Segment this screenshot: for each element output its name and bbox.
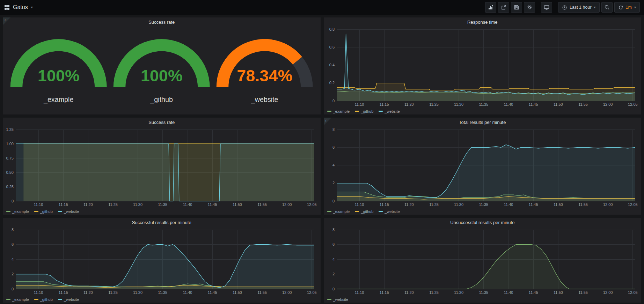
- panel-title[interactable]: Response time: [467, 20, 498, 25]
- panel-info-corner[interactable]: [3, 17, 10, 25]
- add-panel-icon: [488, 5, 493, 10]
- panel-header: Successful results per minute: [3, 218, 321, 227]
- panel-title[interactable]: Total results per minute: [459, 120, 506, 125]
- svg-text:0: 0: [12, 199, 14, 203]
- svg-text:11:25: 11:25: [108, 202, 118, 207]
- legend: _example_github_website: [3, 208, 321, 215]
- svg-text:11:35: 11:35: [479, 202, 488, 207]
- legend-item-website[interactable]: _website: [379, 209, 400, 214]
- save-button[interactable]: [511, 2, 522, 13]
- gauge-value: 78.34%: [237, 67, 293, 85]
- legend-item-example[interactable]: _example: [327, 209, 350, 214]
- svg-text:11:30: 11:30: [133, 290, 142, 295]
- svg-text:11:45: 11:45: [208, 290, 217, 295]
- zoom-out-button[interactable]: [601, 2, 613, 13]
- gear-icon: [527, 5, 532, 10]
- svg-text:8: 8: [332, 127, 334, 132]
- svg-text:11:55: 11:55: [578, 202, 588, 207]
- refresh-icon: [618, 5, 623, 10]
- settings-button[interactable]: [524, 2, 535, 13]
- svg-text:11:35: 11:35: [158, 290, 168, 295]
- svg-text:11:20: 11:20: [83, 290, 93, 295]
- legend-swatch: [327, 111, 331, 112]
- panel-title[interactable]: Successful results per minute: [132, 220, 191, 225]
- legend: _example_github_website: [324, 108, 642, 114]
- gauge-github: 100%_github: [112, 36, 211, 105]
- legend-label: _website: [385, 209, 400, 214]
- svg-text:0.6: 0.6: [329, 45, 334, 49]
- svg-text:0.25: 0.25: [6, 185, 14, 189]
- graph-canvas[interactable]: 00.20.40.60.811:1011:1511:2011:2511:3011…: [324, 27, 639, 108]
- svg-text:11:50: 11:50: [554, 102, 563, 106]
- svg-text:4: 4: [332, 163, 334, 167]
- legend-item-website[interactable]: _website: [58, 209, 79, 214]
- monitor-icon: [544, 5, 549, 10]
- legend-swatch: [34, 299, 38, 300]
- graph-canvas[interactable]: 0246811:1011:1511:2011:2511:3011:3511:40…: [3, 227, 319, 296]
- svg-text:11:15: 11:15: [59, 202, 68, 207]
- graph-canvas[interactable]: 0246811:1011:1511:2011:2511:3011:3511:40…: [324, 127, 639, 208]
- gauge-row: 100%_example100%_github78.34%_website: [3, 27, 321, 114]
- svg-text:1.00: 1.00: [6, 142, 14, 146]
- refresh-interval-label: 1m: [626, 5, 632, 10]
- legend-item-github[interactable]: _github: [34, 209, 53, 214]
- svg-text:11:20: 11:20: [83, 202, 93, 207]
- legend-swatch: [58, 211, 62, 212]
- legend-item-website[interactable]: _website: [58, 297, 79, 302]
- time-range-caret-down-icon: ▾: [594, 6, 596, 9]
- tv-mode-button[interactable]: [541, 2, 552, 13]
- svg-text:11:45: 11:45: [528, 290, 538, 295]
- panel-title[interactable]: Success rate: [148, 20, 175, 25]
- dashboard-grid: Success rate 100%_example100%_github78.3…: [0, 15, 644, 304]
- svg-text:11:30: 11:30: [454, 290, 463, 295]
- gauge-label: _example: [43, 96, 73, 104]
- svg-text:11:35: 11:35: [479, 102, 488, 106]
- legend-item-github[interactable]: _github: [355, 109, 373, 113]
- panel-info-corner[interactable]: [324, 118, 331, 125]
- share-button[interactable]: [498, 2, 509, 13]
- legend-item-website[interactable]: _website: [327, 297, 348, 302]
- graph-canvas[interactable]: 00.250.500.751.001.2511:1011:1511:2011:2…: [3, 127, 319, 208]
- legend-item-example[interactable]: _example: [6, 209, 29, 214]
- legend-item-website[interactable]: _website: [379, 109, 400, 113]
- dashboards-grid-icon[interactable]: [4, 5, 10, 10]
- add-panel-button[interactable]: [485, 2, 496, 13]
- zoom-out-icon: [604, 5, 610, 10]
- svg-text:12:00: 12:00: [282, 290, 292, 295]
- dashboard-caret-down-icon[interactable]: ▾: [31, 6, 33, 9]
- legend-swatch: [34, 211, 38, 212]
- legend: _website: [324, 296, 642, 303]
- svg-text:11:25: 11:25: [429, 202, 439, 207]
- svg-text:2: 2: [332, 181, 334, 185]
- svg-text:11:10: 11:10: [34, 202, 43, 207]
- legend-item-github[interactable]: _github: [355, 209, 373, 214]
- svg-text:11:45: 11:45: [528, 202, 538, 207]
- svg-text:11:10: 11:10: [354, 102, 364, 106]
- svg-text:12:05: 12:05: [307, 290, 317, 295]
- save-icon: [514, 5, 519, 10]
- gauge-website: 78.34%_website: [215, 36, 314, 105]
- dashboard-title[interactable]: Gatus: [13, 4, 28, 10]
- svg-text:2: 2: [12, 272, 14, 276]
- svg-text:11:55: 11:55: [578, 102, 588, 106]
- panel-header: Response time: [324, 17, 642, 27]
- refresh-picker[interactable]: 1m ▾: [614, 2, 640, 13]
- time-range-picker[interactable]: Last 1 hour ▾: [558, 2, 600, 13]
- legend-item-example[interactable]: _example: [327, 109, 350, 113]
- svg-text:11:30: 11:30: [133, 202, 142, 207]
- svg-text:11:10: 11:10: [354, 290, 364, 295]
- svg-text:11:15: 11:15: [379, 102, 389, 106]
- legend: _example_github_website: [324, 208, 642, 215]
- legend-label: _github: [361, 109, 373, 113]
- legend-swatch: [355, 111, 359, 112]
- svg-text:11:10: 11:10: [34, 290, 43, 295]
- svg-text:11:45: 11:45: [208, 202, 217, 207]
- info-icon: i: [5, 18, 6, 22]
- panel-title[interactable]: Success rate: [148, 120, 175, 125]
- panel-title[interactable]: Unsuccessful results per minute: [450, 220, 514, 225]
- svg-text:11:10: 11:10: [354, 202, 364, 207]
- legend-item-github[interactable]: _github: [34, 297, 53, 302]
- legend-swatch: [6, 211, 10, 212]
- graph-canvas[interactable]: 0246811:1011:1511:2011:2511:3011:3511:40…: [324, 227, 639, 296]
- legend-item-example[interactable]: _example: [6, 297, 29, 302]
